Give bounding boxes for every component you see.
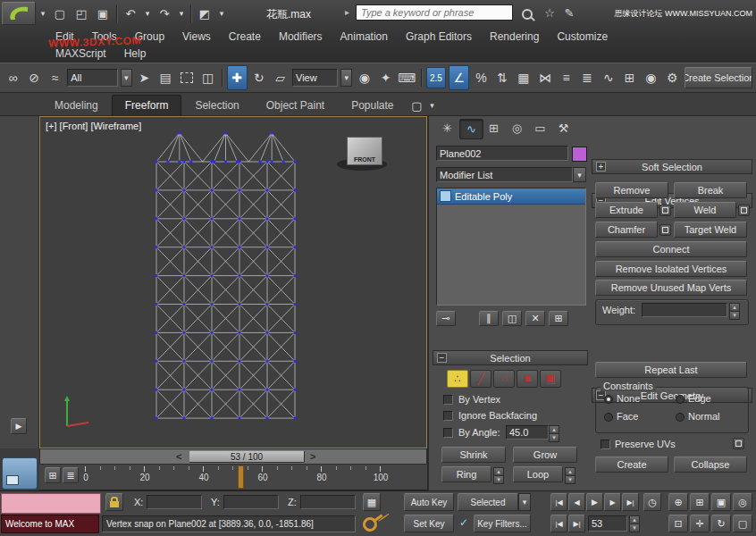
select-and-manipulate-icon[interactable]: ✦ [376, 66, 395, 89]
chamfer-settings-button[interactable] [659, 224, 671, 236]
key-filters-button[interactable]: Key Filters... [474, 515, 531, 532]
ribbon-minimize-icon[interactable]: ▾ [427, 96, 438, 115]
remove-modifier-icon[interactable]: ✕ [525, 311, 545, 326]
redo-icon[interactable]: ↷ [155, 4, 174, 23]
tab-freeform[interactable]: Freeform [112, 95, 182, 115]
modifier-list-arrow-icon[interactable] [573, 167, 586, 182]
make-unique-icon[interactable]: ◫ [502, 311, 522, 326]
selection-lock-icon[interactable] [105, 493, 123, 511]
workspace-dropdown-icon[interactable]: ▾ [216, 4, 227, 23]
zoom-region-icon[interactable]: ⊡ [668, 515, 688, 532]
hierarchy-tab-icon[interactable]: ⊞ [483, 119, 505, 138]
select-and-link-icon[interactable]: ∞ [4, 66, 22, 89]
expand-icon[interactable] [596, 162, 606, 172]
spinner-snap-icon[interactable]: ⇅ [493, 66, 512, 89]
remove-unused-map-verts-button[interactable]: Remove Unused Map Verts [595, 280, 747, 296]
viewport-layout-tab-button[interactable] [2, 457, 38, 490]
go-to-start-button[interactable]: |◀ [550, 493, 567, 511]
unlink-selection-icon[interactable]: ⊘ [25, 66, 44, 89]
frame-forward-arrow[interactable]: > [310, 451, 315, 462]
field-of-view-icon[interactable]: ◎ [733, 493, 752, 511]
front-grid-gizmo[interactable]: FRONT [347, 137, 382, 165]
selected-dropdown[interactable]: Selected [458, 493, 518, 511]
zoom-all-icon[interactable]: ⊞ [690, 493, 710, 511]
by-angle-spinner[interactable] [549, 425, 559, 442]
border-subobject-icon[interactable]: ○ [493, 370, 515, 388]
modifier-list-dropdown[interactable]: Modifier List [436, 167, 573, 182]
layer-manager-icon[interactable]: ≣ [578, 66, 597, 89]
named-selection-sets-icon[interactable]: ▦ [515, 66, 533, 89]
select-and-scale-icon[interactable]: ▱ [271, 66, 290, 89]
reference-coordinate-dropdown[interactable]: View [292, 69, 338, 87]
pan-icon[interactable]: ✛ [690, 515, 710, 532]
modify-tab-icon[interactable]: ∿ [459, 119, 483, 139]
select-and-rotate-icon[interactable]: ↻ [250, 66, 269, 89]
menu-modifiers[interactable]: Modifiers [270, 28, 332, 46]
menu-graph-editors[interactable]: Graph Editors [397, 28, 481, 46]
keyable-check-icon[interactable] [459, 516, 468, 529]
connect-button[interactable]: Connect [595, 241, 747, 257]
open-file-icon[interactable]: ◰ [71, 4, 91, 23]
track-bar[interactable]: ⊞ ≣ 0 20 40 60 80 100 [39, 465, 427, 490]
stack-item-editable-poly[interactable]: Editable Poly [437, 188, 585, 205]
select-by-name-icon[interactable]: ▤ [156, 66, 175, 89]
new-scene-icon[interactable]: ▢ [50, 4, 70, 23]
configure-modifier-sets-icon[interactable]: ⊞ [549, 311, 568, 326]
render-setup-icon[interactable]: ⚙ [663, 66, 682, 89]
ribbon-config-icon[interactable]: ▢ [407, 96, 427, 115]
play-button[interactable]: ▶ [586, 493, 603, 511]
constraint-none-radio[interactable] [604, 395, 613, 404]
weld-settings-button[interactable] [738, 205, 750, 216]
utilities-tab-icon[interactable]: ⚒ [552, 119, 575, 138]
selection-filter-arrow-icon[interactable] [121, 69, 132, 87]
weight-field[interactable] [642, 303, 727, 317]
set-key-button[interactable]: Set Key [404, 515, 454, 532]
macro-recorder-strip[interactable] [1, 493, 101, 514]
menu-help[interactable]: Help [115, 45, 155, 63]
frame-spinner[interactable] [629, 515, 640, 532]
select-and-move-icon[interactable]: ✚ [227, 65, 248, 90]
target-weld-button[interactable]: Target Weld [674, 222, 747, 238]
ring-button[interactable]: Ring [441, 466, 491, 482]
y-coordinate-field[interactable] [223, 495, 279, 509]
selected-dropdown-arrow-icon[interactable] [518, 493, 531, 511]
set-key-mode-button[interactable] [363, 517, 399, 533]
viewport-front[interactable]: [+] [Front] [Wireframe] FRONT [39, 116, 427, 448]
polygon-subobject-icon[interactable]: ■ [517, 370, 538, 388]
loop-button[interactable]: Loop [513, 466, 563, 482]
annotate-pencil-icon[interactable]: ✎ [559, 3, 579, 22]
zoom-icon[interactable]: ⊕ [668, 493, 688, 511]
pin-stack-icon[interactable]: ⊸ [436, 311, 456, 326]
extrude-button[interactable]: Extrude [595, 202, 658, 218]
ignore-backfacing-checkbox[interactable] [443, 411, 453, 421]
viewport-label[interactable]: [+] [Front] [Wireframe] [46, 121, 141, 131]
loop-spinner[interactable] [565, 467, 575, 484]
preserve-uvs-settings-button[interactable] [733, 438, 744, 449]
redo-dropdown-icon[interactable]: ▾ [176, 4, 187, 23]
constraint-edge-radio[interactable] [676, 395, 685, 404]
previous-frame-button[interactable]: ◀ [568, 493, 585, 511]
rollout-soft-selection[interactable]: Soft Selection [592, 159, 752, 174]
use-pivot-center-icon[interactable]: ◉ [355, 66, 374, 89]
workspace-icon[interactable]: ◩ [195, 4, 214, 23]
keyboard-override-icon[interactable]: ⌨ [398, 66, 416, 89]
tab-selection[interactable]: Selection [181, 95, 252, 115]
favorites-star-icon[interactable]: ☆ [540, 3, 559, 22]
modifier-stack[interactable]: Editable Poly [436, 188, 586, 306]
create-tab-icon[interactable]: ✳ [436, 119, 458, 138]
select-object-icon[interactable]: ➤ [135, 66, 154, 89]
previous-key-button[interactable]: |◀ [550, 515, 567, 532]
auto-key-button[interactable]: Auto Key [404, 493, 454, 511]
grow-button[interactable]: Grow [513, 447, 577, 463]
absolute-offset-toggle-icon[interactable]: ▦ [363, 493, 381, 511]
schematic-view-icon[interactable]: ⊞ [620, 66, 639, 89]
maxscript-mini-listener[interactable]: Welcome to MAX [1, 515, 99, 533]
selection-filter-dropdown[interactable]: All [67, 69, 117, 87]
menu-create[interactable]: Create [220, 28, 270, 46]
menu-views[interactable]: Views [173, 28, 220, 46]
vertex-subobject-icon[interactable]: ∴ [447, 370, 468, 388]
ring-spinner[interactable] [493, 467, 504, 484]
create-selection-set-button[interactable]: Create Selection [685, 67, 752, 88]
undo-dropdown-icon[interactable]: ▾ [142, 4, 153, 23]
break-button[interactable]: Break [674, 182, 747, 198]
